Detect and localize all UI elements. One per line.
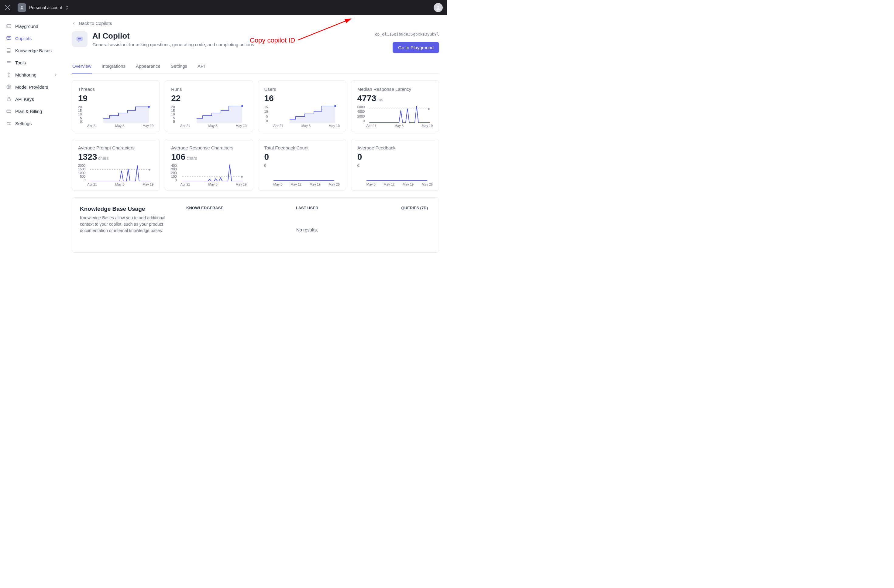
- svg-point-23: [149, 169, 150, 171]
- sidebar-item-label: Tools: [15, 60, 26, 65]
- sidebar-item-knowledge-bases[interactable]: Knowledge Bases: [3, 45, 61, 56]
- sidebar: Playground Copilots Knowledge Bases Tool…: [0, 15, 64, 265]
- y-axis: 20151050: [171, 105, 175, 123]
- metric-card: Median Response Latency 4773ms 600040002…: [351, 80, 439, 132]
- kb-empty-state: No results.: [183, 215, 431, 244]
- kb-col-queries: QUERIES (7D): [347, 206, 428, 210]
- sidebar-item-label: Playground: [15, 24, 38, 29]
- card-value: 19: [78, 93, 88, 103]
- sidebar-item-tools[interactable]: Tools: [3, 57, 61, 68]
- copilot-id[interactable]: cp_ql115qib9dn35gpxks3yub9l: [375, 32, 439, 36]
- svg-point-13: [78, 38, 79, 39]
- account-label: Personal account: [29, 5, 62, 10]
- tab-api[interactable]: API: [197, 60, 205, 74]
- topbar: Personal account: [0, 0, 447, 15]
- go-to-playground-button[interactable]: Go to Playground: [393, 42, 439, 53]
- kb-col-name: KNOWLEDGEBASE: [186, 206, 267, 210]
- sidebar-item-label: Settings: [15, 121, 32, 126]
- sidebar-item-copilots[interactable]: Copilots: [3, 33, 61, 44]
- tab-settings[interactable]: Settings: [170, 60, 188, 74]
- card-unit: ms: [378, 97, 383, 102]
- sidebar-item-label: Copilots: [15, 36, 32, 41]
- kb-description: Knowledge Bases allow you to add additio…: [80, 215, 171, 234]
- card-title: Median Response Latency: [357, 87, 433, 92]
- svg-point-25: [241, 176, 243, 178]
- x-axis: Apr 21May 5May 19: [78, 181, 154, 186]
- card-value: 22: [171, 93, 181, 103]
- svg-point-18: [241, 105, 243, 107]
- app-logo-icon: [4, 4, 11, 11]
- card-title: Average Response Characters: [171, 145, 246, 150]
- x-axis: Apr 21May 5May 19: [171, 181, 246, 186]
- x-axis: Apr 21May 5May 19: [78, 123, 154, 128]
- svg-point-10: [8, 122, 9, 123]
- tab-integrations[interactable]: Integrations: [101, 60, 126, 74]
- y-axis: 0: [264, 164, 266, 181]
- sidebar-item-playground[interactable]: Playground: [3, 21, 61, 32]
- metric-card: Total Feedback Count 0 0 May 5May 12May …: [258, 139, 346, 191]
- svg-point-0: [21, 6, 23, 8]
- card-icon: [6, 109, 12, 114]
- kb-col-lastused: LAST USED: [267, 206, 347, 210]
- metric-card: Users 16 151050 Apr 21May 5May 19: [258, 80, 346, 132]
- svg-point-19: [334, 105, 336, 107]
- sidebar-item-label: Knowledge Bases: [15, 48, 52, 53]
- svg-point-5: [9, 38, 9, 38]
- x-axis: Apr 21May 5May 19: [357, 123, 433, 128]
- card-title: Average Prompt Characters: [78, 145, 154, 150]
- chart: [367, 105, 433, 123]
- chart: [179, 164, 247, 181]
- svg-rect-9: [7, 110, 11, 113]
- chart: [361, 164, 433, 181]
- card-value: 0: [264, 152, 269, 162]
- svg-point-15: [80, 38, 82, 39]
- card-value: 0: [357, 152, 362, 162]
- card-value: 4773: [357, 93, 376, 103]
- card-title: Users: [264, 87, 340, 92]
- card-title: Runs: [171, 87, 246, 92]
- sidebar-item-model-providers[interactable]: Model Providers: [3, 81, 61, 92]
- metric-card: Average Feedback 0 0 May 5May 12May 19Ma…: [351, 139, 439, 191]
- tools-icon: [6, 60, 12, 65]
- kb-title: Knowledge Base Usage: [80, 206, 171, 212]
- tab-appearance[interactable]: Appearance: [135, 60, 161, 74]
- card-value: 106: [171, 152, 185, 162]
- card-title: Total Feedback Count: [264, 145, 340, 150]
- x-axis: Apr 21May 5May 19: [264, 123, 340, 128]
- card-value: 16: [264, 93, 274, 103]
- globe-icon: [6, 84, 12, 90]
- chart: [177, 105, 247, 123]
- svg-point-1: [437, 6, 439, 8]
- chart: [87, 164, 154, 181]
- sidebar-item-monitoring[interactable]: Monitoring: [3, 69, 61, 80]
- svg-point-6: [9, 38, 10, 38]
- chevron-right-icon: [53, 72, 58, 77]
- sidebar-item-api-keys[interactable]: API Keys: [3, 93, 61, 104]
- metric-card: Average Response Characters 106chars 400…: [165, 139, 253, 191]
- svg-point-4: [8, 38, 8, 38]
- sidebar-item-settings[interactable]: Settings: [3, 118, 61, 129]
- user-avatar[interactable]: [433, 3, 443, 12]
- x-axis: Apr 21May 5May 19: [171, 123, 246, 128]
- back-to-copilots-link[interactable]: Back to Copilots: [72, 21, 112, 26]
- page-subtitle: General assistant for asking questions, …: [92, 42, 254, 47]
- account-switcher[interactable]: Personal account: [15, 2, 71, 13]
- knowledge-base-section: Knowledge Base Usage Knowledge Bases all…: [72, 198, 439, 253]
- card-title: Average Feedback: [357, 145, 433, 150]
- tab-overview[interactable]: Overview: [72, 60, 92, 74]
- book-icon: [6, 48, 12, 53]
- metric-card: Runs 22 20151050 Apr 21May 5May 19: [165, 80, 253, 132]
- page-title: AI Copilot: [92, 31, 254, 41]
- updown-icon: [65, 5, 69, 10]
- y-axis: 2000150010005000: [78, 164, 85, 181]
- back-label: Back to Copilots: [79, 21, 112, 26]
- copilot-avatar-icon: [72, 31, 88, 47]
- y-axis: 0: [357, 164, 359, 181]
- svg-point-17: [148, 106, 150, 108]
- chart: [268, 164, 340, 181]
- sidebar-item-label: Model Providers: [15, 84, 48, 90]
- x-axis: May 5May 12May 19May 26: [264, 181, 340, 186]
- card-value: 1323: [78, 152, 97, 162]
- monitor-icon: [6, 72, 12, 77]
- sidebar-item-plan-billing[interactable]: Plan & Billing: [3, 106, 61, 117]
